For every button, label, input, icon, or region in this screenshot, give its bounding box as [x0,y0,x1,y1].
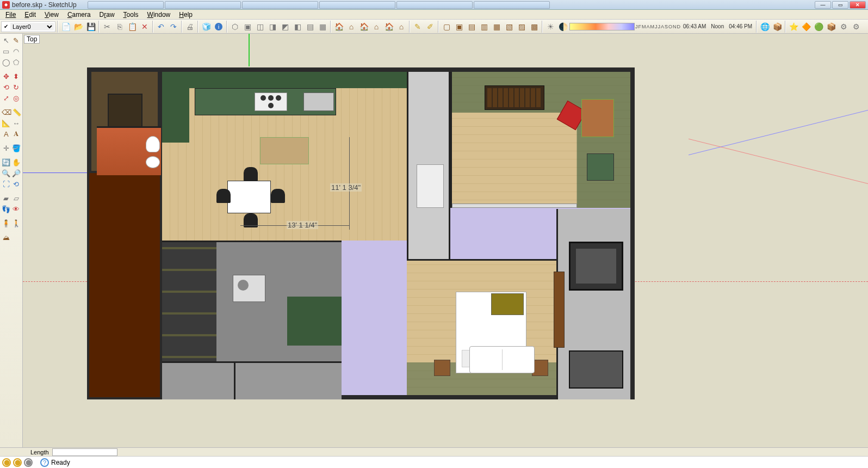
component-button[interactable]: 🧊 [200,21,212,33]
box-c-icon[interactable]: ▤ [466,21,478,33]
section-tool-icon[interactable]: ▰ [1,193,11,204]
style6-button[interactable]: ⌂ [395,21,407,33]
menu-window[interactable]: Window [143,10,175,20]
arc-tool-icon[interactable]: ◠ [11,46,22,57]
warehouse-button[interactable]: 🌐 [759,21,771,33]
menu-tools[interactable]: Tools [119,10,143,20]
style1-button[interactable]: 🏠 [333,21,345,33]
viewport[interactable]: Top [23,34,868,447]
ext-c-icon[interactable]: 🔶 [800,21,812,33]
save-button[interactable]: 💾 [85,21,97,33]
ext-b-icon[interactable]: ⭐ [788,21,799,33]
ext-e-icon[interactable]: 📦 [825,21,837,33]
eraser-tool-icon[interactable]: ⌫ [1,107,12,118]
move-tool-icon[interactable]: ✥ [1,71,11,82]
offset-tool-icon[interactable]: ◎ [11,93,22,103]
ext-d-icon[interactable]: 🟢 [813,21,824,33]
layer-dropdown[interactable]: Layer0 [10,23,54,30]
text-tool-icon[interactable]: A [1,128,11,139]
sandbox-icon[interactable]: ⛰ [1,232,11,243]
line-tool-icon[interactable]: ✎ [11,35,22,46]
circle-tool-icon[interactable]: ◯ [1,57,11,67]
shaded-button[interactable]: ▦ [317,21,328,33]
front-view-button[interactable]: ◫ [254,21,266,33]
menu-view[interactable]: View [40,10,63,20]
wireframe-button[interactable]: ▤ [304,21,316,33]
extension-a-icon[interactable]: 📦 [771,21,783,33]
bg-tab[interactable] [319,1,395,9]
bg-tab[interactable] [88,1,164,9]
bg-tab[interactable] [165,1,241,9]
menu-help[interactable]: Help [175,10,197,20]
edge-tool-icon[interactable]: ✎ [412,21,424,33]
minimize-button[interactable]: — [815,1,831,9]
select-tool-icon[interactable]: ↖ [1,35,11,46]
dim-tool-icon[interactable]: ↔ [11,118,22,128]
style2-button[interactable]: ⌂ [345,21,357,33]
position-camera-icon[interactable]: 🧍 [1,218,11,229]
back-view-button[interactable]: ◩ [279,21,291,33]
ext-g-icon[interactable]: ⚙ [850,21,862,33]
pan-tool-icon[interactable]: ✋ [11,157,22,168]
face-tool-icon[interactable]: ✐ [424,21,436,33]
zoom-extents-icon[interactable]: ⛶ [1,178,11,189]
3dtext-tool-icon[interactable]: 𝐀 [11,128,22,139]
menu-draw[interactable]: Draw [95,10,119,20]
layer-visible-check[interactable]: ✔ [3,23,9,30]
paint-tool-icon[interactable]: 🪣 [11,143,22,153]
length-input[interactable] [52,448,117,456]
print-button[interactable]: 🖨 [184,21,196,33]
menu-edit[interactable]: Edit [20,10,40,20]
bg-tab[interactable] [242,1,318,9]
geo-location-icon[interactable]: ⬤ [2,458,11,467]
sun-settings-icon[interactable]: 🌓 [557,21,569,33]
time-slider[interactable] [569,23,635,30]
scale-tool-icon[interactable]: ⤢ [1,93,11,103]
orbit-tool-icon[interactable]: 🔄 [1,157,11,168]
box done a-icon[interactable]: ▢ [441,21,452,33]
iso-view-button[interactable]: ⬡ [229,21,241,33]
floor-plan-model[interactable] [87,67,635,399]
paste-button[interactable]: 📋 [126,21,138,33]
follow-tool-icon[interactable]: ↻ [11,82,22,93]
tape-tool-icon[interactable]: 📏 [12,107,22,118]
left-view-button[interactable]: ◧ [292,21,303,33]
maximize-button[interactable]: ▭ [832,1,848,9]
copy-button[interactable]: ⎘ [114,21,126,33]
credits-icon[interactable]: ⬤ [13,458,22,467]
look-tool-icon[interactable]: 👁 [11,204,22,214]
top-view-button[interactable]: ▣ [241,21,253,33]
ext-f-icon[interactable]: ⚙ [838,21,850,33]
zoom-window-icon[interactable]: 🔎 [11,168,22,178]
box-d-icon[interactable]: ▥ [478,21,490,33]
layer-selector[interactable]: ✔ Layer0 [1,21,55,32]
undo-button[interactable]: ↶ [155,21,167,33]
close-button[interactable]: ✕ [850,1,866,9]
protractor-tool-icon[interactable]: 📐 [1,118,11,128]
menu-camera[interactable]: Camera [63,10,95,20]
axes-tool-icon[interactable]: ✛ [1,143,11,153]
style5-button[interactable]: 🏠 [383,21,395,33]
new-button[interactable]: 📄 [60,21,72,33]
style3-button[interactable]: 🏠 [358,21,370,33]
info-button[interactable]: i [213,21,225,33]
box-g-icon[interactable]: ▨ [516,21,528,33]
cut-button[interactable]: ✂ [101,21,113,33]
right-view-button[interactable]: ◨ [266,21,278,33]
box-f-icon[interactable]: ▧ [503,21,515,33]
box-b-icon[interactable]: ▣ [453,21,465,33]
month-slider[interactable]: J F M A M J J A S O N D [635,24,680,29]
bg-tab[interactable] [396,1,473,9]
bg-tab[interactable] [474,1,550,9]
menu-file[interactable]: File [1,10,20,20]
walk-icon[interactable]: 🚶 [11,218,22,229]
shadow-toggle-button[interactable]: ☀ [544,21,556,33]
style4-button[interactable]: ⌂ [370,21,382,33]
zoom-tool-icon[interactable]: 🔍 [1,168,11,178]
walk-tool-icon[interactable]: 👣 [1,204,11,214]
claim-icon[interactable]: ⬤ [24,458,33,467]
polygon-tool-icon[interactable]: ⬠ [11,57,22,67]
pushpull-tool-icon[interactable]: ⬍ [11,71,22,82]
box-h-icon[interactable]: ▩ [528,21,540,33]
rectangle-tool-icon[interactable]: ▭ [1,46,11,57]
